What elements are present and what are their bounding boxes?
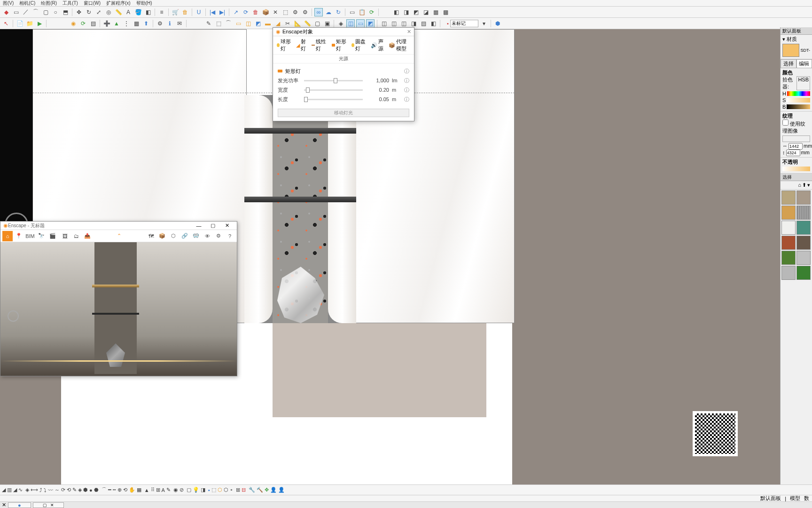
binoculars-icon[interactable]: 🔭 xyxy=(36,231,47,241)
bt-42-icon[interactable]: 🔧 xyxy=(249,487,255,493)
cloud2-icon[interactable]: ↻ xyxy=(334,8,343,16)
scene-tab-1[interactable]: ● xyxy=(8,502,31,508)
rect-icon[interactable]: ▢ xyxy=(41,8,50,16)
cube2-icon[interactable]: ◩ xyxy=(254,19,262,28)
enscape-titlebar[interactable]: ◉ Enscape - 无标题 — ▢ ✕ xyxy=(0,222,237,230)
bt-45-icon[interactable]: 👤 xyxy=(270,487,277,493)
logo-icon[interactable]: ◆ xyxy=(2,8,10,16)
menu-draw[interactable]: 绘图(R) xyxy=(41,0,57,6)
crop-icon[interactable]: ⬚ xyxy=(281,8,289,16)
dots-icon[interactable]: ⋮ xyxy=(122,19,131,28)
mail-icon[interactable]: ✉ xyxy=(175,19,184,28)
nav-icon[interactable]: ◈ xyxy=(336,19,345,28)
bt-35-icon[interactable]: ▪ xyxy=(208,487,210,493)
export-icon[interactable]: ↗ xyxy=(232,8,240,16)
delete-icon[interactable]: 🗑 xyxy=(251,8,260,16)
shade1-icon[interactable]: ◫ xyxy=(380,19,388,28)
select-icon[interactable]: ▭ xyxy=(12,8,20,16)
batch-icon[interactable]: 🗂 xyxy=(71,231,81,241)
tab-disc-light[interactable]: 圆盘灯 xyxy=(351,38,367,52)
settings2-icon[interactable]: ⚙ xyxy=(213,231,224,241)
tag-dd-icon[interactable]: ▾ xyxy=(480,19,488,28)
dialog-titlebar[interactable]: ◉ Enscape对象 ✕ xyxy=(273,28,414,36)
trash-icon[interactable]: 🗑 xyxy=(181,8,189,16)
video-icon[interactable]: 🎬 xyxy=(47,231,58,241)
use-texture-checkbox[interactable]: 使用纹理图像 xyxy=(782,121,805,134)
nav-home-icon[interactable]: ⌂ xyxy=(798,182,801,188)
tag-selector[interactable] xyxy=(450,20,478,27)
sq2-icon[interactable]: ▣ xyxy=(323,19,331,28)
mat-swatch[interactable] xyxy=(796,236,811,250)
tex-height-input[interactable] xyxy=(786,150,800,156)
undo-u-icon[interactable]: U xyxy=(195,8,203,16)
move-light-button[interactable]: 移动灯光 xyxy=(278,109,409,117)
close-button[interactable]: ✕ xyxy=(220,222,234,229)
bt-20-icon[interactable]: ┅ xyxy=(113,487,116,493)
shade4-icon[interactable]: ◨ xyxy=(409,19,418,28)
rotate-icon[interactable]: ↻ xyxy=(85,8,93,16)
bt-28-icon[interactable]: A xyxy=(162,487,165,493)
menu-help[interactable]: 帮助(H) xyxy=(136,0,152,6)
move-icon[interactable]: ✥ xyxy=(75,8,83,16)
menu-ext[interactable]: 扩展程序(x) xyxy=(106,0,131,6)
bt-44-icon[interactable]: ✥ xyxy=(265,487,269,493)
window-icon[interactable]: ▭ xyxy=(348,8,356,16)
map-icon[interactable]: 🗺 xyxy=(146,231,156,241)
length-info-icon[interactable]: ⓘ xyxy=(404,96,409,103)
comp3-icon[interactable]: ◩ xyxy=(412,8,420,16)
minimize-button[interactable]: — xyxy=(192,223,206,229)
scale-icon[interactable]: ⤢ xyxy=(94,8,103,16)
doc-icon[interactable]: 📄 xyxy=(16,19,24,28)
nav-menu-icon[interactable]: ▾ xyxy=(807,182,810,188)
box-icon[interactable]: 📦 xyxy=(261,8,270,16)
bt-24-icon[interactable]: ▦ xyxy=(137,487,141,493)
scene-close-icon[interactable]: ✕ xyxy=(2,502,6,508)
nav-up-icon[interactable]: ⬆ xyxy=(802,182,806,188)
bt-12-icon[interactable]: ⟲ xyxy=(67,487,71,493)
dialog-close-icon[interactable]: ✕ xyxy=(407,29,411,35)
menu-camera[interactable]: 相机(C) xyxy=(19,0,35,6)
bri-slider[interactable] xyxy=(787,104,810,109)
iso-icon[interactable]: ◫ xyxy=(346,19,355,28)
reload-icon[interactable]: ⟳ xyxy=(79,19,87,28)
roof-icon[interactable]: ◢ xyxy=(273,19,282,28)
bt-9-icon[interactable]: 〰 xyxy=(48,487,53,493)
mat-swatch[interactable] xyxy=(781,221,796,235)
shuffle-icon[interactable]: ✕ xyxy=(271,8,280,16)
enscape-render-view[interactable] xyxy=(0,242,237,376)
refresh-icon[interactable]: ⟳ xyxy=(242,8,250,16)
mat-swatch[interactable] xyxy=(796,251,811,265)
hue-slider[interactable] xyxy=(787,91,810,96)
shade3-icon[interactable]: ◫ xyxy=(399,19,408,28)
sq-icon[interactable]: ▢ xyxy=(313,19,321,28)
bt-16-icon[interactable]: ● xyxy=(89,487,93,493)
paint-icon[interactable]: 🪣 xyxy=(134,8,142,16)
cut-icon[interactable]: ✂ xyxy=(283,19,292,28)
eye-icon[interactable]: 👁 xyxy=(202,231,212,241)
arc2-icon[interactable]: ⌒ xyxy=(224,19,233,28)
cursor-icon[interactable]: ↖ xyxy=(2,19,10,28)
bt-29-icon[interactable]: ✎ xyxy=(166,487,171,493)
comp6-icon[interactable]: ▩ xyxy=(441,8,450,16)
width-info-icon[interactable]: ⓘ xyxy=(404,87,409,94)
clipboard-icon[interactable]: 📋 xyxy=(358,8,366,16)
basket-icon[interactable]: 🛒 xyxy=(171,8,180,16)
export-icon[interactable]: 📤 xyxy=(82,231,93,241)
bt-36-icon[interactable]: ⬚ xyxy=(211,487,216,493)
settings-icon[interactable]: ⚙ xyxy=(156,19,164,28)
view-cube-icon[interactable]: ⬢ xyxy=(493,19,502,28)
sync-icon[interactable]: ⟳ xyxy=(367,8,376,16)
bt-21-icon[interactable]: ⊕ xyxy=(117,487,122,493)
menu-view[interactable]: 图(V) xyxy=(3,0,14,6)
help-icon[interactable]: ? xyxy=(225,231,235,241)
bt-3-icon[interactable]: ◢ xyxy=(13,487,17,493)
power-info-icon[interactable]: ⓘ xyxy=(404,77,409,84)
tape-icon[interactable]: 📏 xyxy=(114,8,123,16)
maximize-button[interactable]: ▢ xyxy=(206,222,220,229)
tex-width-input[interactable] xyxy=(789,143,803,150)
bt-38-icon[interactable]: ⬡ xyxy=(224,487,228,493)
shade5-icon[interactable]: ▤ xyxy=(419,19,428,28)
tab-line-light[interactable]: 线性灯 xyxy=(312,38,328,52)
bt-2-icon[interactable]: ▥ xyxy=(7,487,12,493)
status-model[interactable]: 模型 xyxy=(790,495,800,502)
